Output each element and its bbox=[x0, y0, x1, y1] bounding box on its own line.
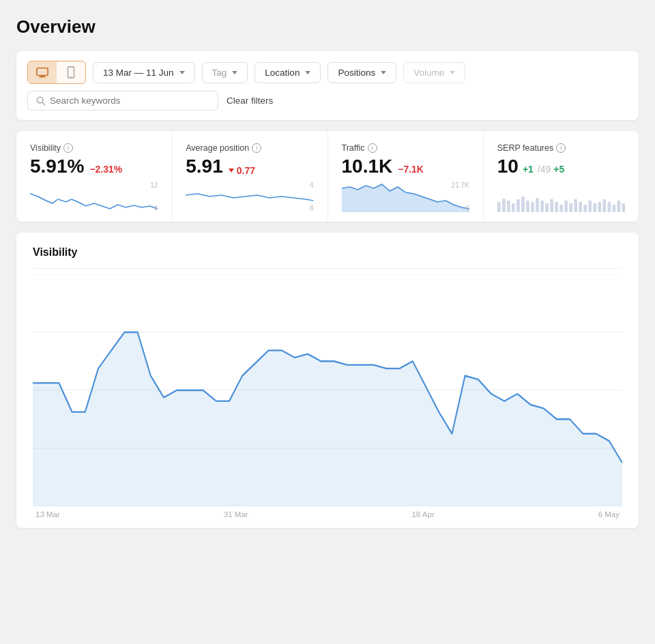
search-icon bbox=[36, 96, 46, 106]
tag-filter-btn[interactable]: Tag bbox=[202, 62, 248, 83]
traffic-mini-chart: 21.7K 0 bbox=[342, 181, 469, 212]
tag-label: Tag bbox=[212, 68, 227, 78]
svg-rect-30 bbox=[602, 199, 606, 212]
location-label: Location bbox=[265, 68, 300, 78]
svg-rect-12 bbox=[516, 199, 520, 212]
x-label-3: 6 May bbox=[598, 510, 620, 518]
traffic-info-icon[interactable]: i bbox=[368, 143, 377, 153]
serp-info-icon[interactable]: i bbox=[556, 143, 566, 153]
svg-rect-10 bbox=[507, 201, 510, 212]
mobile-icon bbox=[65, 66, 77, 78]
visibility-value-row: 5.91% −2.31% bbox=[30, 157, 158, 176]
visibility-label: Visibility i bbox=[30, 143, 158, 153]
svg-rect-0 bbox=[37, 68, 48, 76]
avg-position-info-icon[interactable]: i bbox=[252, 143, 261, 153]
visibility-section-title: Visibility bbox=[33, 246, 622, 259]
toolbar-row-filters: 13 Mar — 11 Jun Tag Location Positions V… bbox=[27, 61, 628, 84]
visibility-info-icon[interactable]: i bbox=[63, 143, 73, 153]
traffic-label: Traffic i bbox=[342, 143, 469, 153]
avg-position-y-min: 8 bbox=[310, 205, 314, 212]
serp-slash: /49 +5 bbox=[538, 164, 564, 175]
metric-card-visibility: Visibility i 5.91% −2.31% 12 4 bbox=[16, 131, 172, 222]
svg-rect-32 bbox=[612, 205, 615, 212]
svg-rect-24 bbox=[574, 199, 577, 212]
svg-rect-8 bbox=[497, 202, 501, 212]
svg-rect-23 bbox=[569, 203, 572, 212]
serp-plus: +1 bbox=[523, 164, 534, 175]
date-chevron-icon bbox=[179, 71, 185, 74]
positions-label: Positions bbox=[338, 68, 375, 78]
device-toggle bbox=[27, 61, 86, 84]
clear-filters-btn[interactable]: Clear filters bbox=[227, 93, 273, 108]
positions-filter-btn[interactable]: Positions bbox=[328, 62, 396, 83]
metric-card-serp: SERP features i 10 +1 /49 +5 bbox=[484, 131, 639, 222]
svg-rect-22 bbox=[564, 201, 568, 212]
traffic-change: −7.1K bbox=[398, 164, 424, 175]
visibility-chart-svg bbox=[33, 274, 622, 506]
avg-position-y-max: 4 bbox=[310, 181, 314, 189]
svg-rect-20 bbox=[555, 202, 558, 212]
svg-line-6 bbox=[42, 102, 45, 105]
location-filter-btn[interactable]: Location bbox=[254, 62, 321, 83]
svg-rect-31 bbox=[607, 202, 611, 212]
chart-xaxis: 13 Mar 31 Mar 18 Apr 6 May bbox=[33, 510, 622, 518]
traffic-y-min: 0 bbox=[465, 205, 469, 212]
search-input-wrap bbox=[27, 91, 218, 111]
visibility-y-min: 4 bbox=[154, 205, 158, 212]
date-range-btn[interactable]: 13 Mar — 11 Jun bbox=[93, 62, 195, 83]
svg-rect-16 bbox=[536, 198, 539, 212]
desktop-device-btn[interactable] bbox=[28, 61, 57, 83]
svg-rect-14 bbox=[526, 201, 529, 212]
serp-label: SERP features i bbox=[497, 143, 625, 153]
svg-rect-1 bbox=[40, 76, 44, 77]
serp-extra: +5 bbox=[553, 164, 564, 175]
avg-position-mini-chart: 4 8 bbox=[186, 181, 313, 212]
avg-position-value-row: 5.91 0.77 bbox=[186, 157, 313, 176]
visibility-mini-chart: 12 4 bbox=[30, 181, 158, 212]
svg-rect-26 bbox=[583, 205, 587, 212]
avg-position-down-arrow bbox=[229, 169, 234, 173]
svg-rect-29 bbox=[598, 202, 601, 212]
svg-rect-11 bbox=[512, 203, 515, 212]
search-row: Clear filters bbox=[27, 91, 628, 111]
clear-filters-label: Clear filters bbox=[227, 96, 273, 106]
metric-card-traffic: Traffic i 10.1K −7.1K 21.7K 0 bbox=[328, 131, 484, 222]
visibility-section: Visibility 13 Mar 31 Mar 18 Apr 6 May bbox=[16, 233, 639, 528]
serp-mini-chart bbox=[497, 181, 625, 212]
svg-rect-34 bbox=[622, 203, 625, 212]
metric-card-avg-position: Average position i 5.91 0.77 4 8 bbox=[172, 131, 328, 222]
desktop-icon bbox=[36, 66, 48, 78]
page-title: Overview bbox=[16, 16, 639, 38]
search-input[interactable] bbox=[50, 96, 209, 106]
visibility-y-max: 12 bbox=[150, 181, 158, 189]
serp-value: 10 bbox=[497, 157, 519, 176]
svg-rect-9 bbox=[502, 199, 506, 212]
visibility-change: −2.31% bbox=[89, 164, 122, 175]
volume-label: Volume bbox=[413, 68, 444, 78]
svg-rect-15 bbox=[531, 202, 534, 212]
location-chevron-icon bbox=[305, 71, 310, 74]
svg-rect-18 bbox=[545, 203, 549, 212]
mobile-device-btn[interactable] bbox=[57, 61, 85, 83]
volume-chevron-icon bbox=[450, 71, 455, 74]
visibility-value: 5.91% bbox=[30, 157, 84, 176]
svg-rect-17 bbox=[540, 201, 544, 212]
svg-marker-40 bbox=[33, 332, 622, 506]
svg-rect-19 bbox=[550, 199, 553, 212]
serp-value-row: 10 +1 /49 +5 bbox=[497, 157, 625, 176]
volume-filter-btn[interactable]: Volume bbox=[403, 62, 465, 83]
avg-position-change: 0.77 bbox=[229, 165, 255, 176]
svg-rect-28 bbox=[593, 203, 596, 212]
positions-chevron-icon bbox=[381, 71, 386, 74]
x-label-2: 18 Apr bbox=[411, 510, 434, 518]
traffic-y-max: 21.7K bbox=[452, 181, 469, 189]
svg-rect-21 bbox=[559, 205, 563, 212]
date-range-label: 13 Mar — 11 Jun bbox=[103, 68, 174, 78]
avg-position-label: Average position i bbox=[186, 143, 313, 153]
svg-rect-13 bbox=[521, 196, 525, 212]
visibility-chart-area bbox=[33, 274, 622, 506]
traffic-value: 10.1K bbox=[342, 157, 393, 176]
toolbar: 13 Mar — 11 Jun Tag Location Positions V… bbox=[16, 51, 639, 120]
traffic-value-row: 10.1K −7.1K bbox=[342, 157, 469, 176]
svg-rect-25 bbox=[579, 202, 582, 212]
